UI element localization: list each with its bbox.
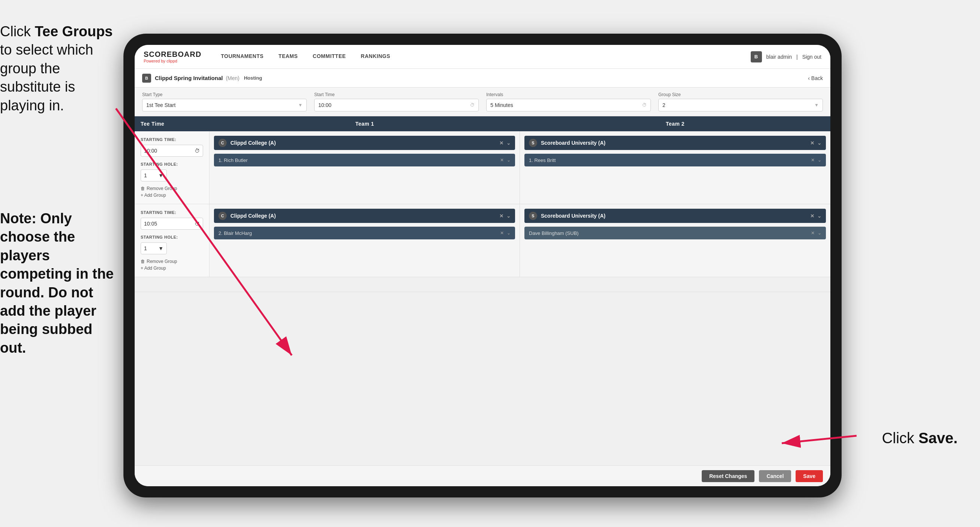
sub-player-expand-2[interactable]: ⌄ <box>818 231 821 236</box>
team1-expand-1[interactable]: ⌄ <box>506 140 511 146</box>
player1-name-1: 1. Rich Butler <box>218 158 500 163</box>
starting-hole-label-1: STARTING HOLE: <box>141 162 203 166</box>
start-type-input[interactable]: 1st Tee Start ▼ <box>142 99 307 111</box>
player1-x-2[interactable]: ✕ <box>500 231 504 236</box>
starting-time-value-1: 10:00 <box>144 148 157 154</box>
tee-groups-bold: Tee Groups <box>35 24 113 39</box>
intervals-value: 5 Minutes <box>490 102 513 108</box>
admin-name: blair admin <box>767 54 792 60</box>
starting-hole-label-2: STARTING HOLE: <box>141 235 203 239</box>
team2-controls-2: ✕ ⌄ <box>810 213 821 219</box>
team2-col-2: S Scoreboard University (A) ✕ ⌄ Dave Bil… <box>520 204 830 277</box>
team1-card-2[interactable]: C Clippd College (A) ✕ ⌄ <box>214 209 515 223</box>
team2-x-1[interactable]: ✕ <box>810 140 814 146</box>
add-group-btn-2[interactable]: + Add Group <box>141 266 203 271</box>
start-time-icon: ⏱ <box>470 102 475 108</box>
tee-actions-2: 🗑 Remove Group + Add Group <box>141 259 203 271</box>
action-bar: Reset Changes Cancel Save <box>135 465 830 486</box>
tee-time-col-1: STARTING TIME: 10:00 ⏱ STARTING HOLE: 1 … <box>135 131 210 204</box>
sub-player-controls-2: ✕ ⌄ <box>811 231 821 236</box>
cancel-button[interactable]: Cancel <box>759 470 791 482</box>
hosting-badge: Hosting <box>244 75 262 81</box>
team2-name-1: Scoreboard University (A) <box>541 140 810 146</box>
team2-icon-2: S <box>529 212 537 220</box>
instruction-top: Click Tee Groups to select which group t… <box>0 22 116 115</box>
team2-expand-1[interactable]: ⌄ <box>817 140 821 146</box>
starting-hole-input-2[interactable]: 1 ▼ <box>141 242 167 254</box>
team1-expand-2[interactable]: ⌄ <box>506 213 511 219</box>
reset-changes-button[interactable]: Reset Changes <box>702 470 754 482</box>
starting-time-input-1[interactable]: 10:00 ⏱ <box>141 145 203 157</box>
nav-tournaments[interactable]: TOURNAMENTS <box>213 45 271 69</box>
team2-expand-2[interactable]: ⌄ <box>817 213 821 219</box>
note-bold-label: Note: <box>0 210 36 226</box>
team1-controls-2: ✕ ⌄ <box>500 213 511 219</box>
th-team2: Team 2 <box>520 116 830 131</box>
add-group-btn-1[interactable]: + Add Group <box>141 193 203 198</box>
hole-arrow-2: ▼ <box>158 245 164 252</box>
player2-name-1: 1. Rees Britt <box>529 158 811 163</box>
nav-avatar: B <box>751 51 762 62</box>
navbar: SCOREBOARD Powered by clippd TOURNAMENTS… <box>135 45 830 69</box>
player2-expand-1[interactable]: ⌄ <box>818 158 821 163</box>
back-button[interactable]: ‹ Back <box>808 75 823 81</box>
tee-time-col-2: STARTING TIME: 10:05 ⏱ STARTING HOLE: 1 … <box>135 204 210 277</box>
team2-col-1: S Scoreboard University (A) ✕ ⌄ 1. Rees … <box>520 131 830 204</box>
nav-right: B blair admin | Sign out <box>751 51 822 62</box>
save-button[interactable]: Save <box>795 470 823 482</box>
team1-x-1[interactable]: ✕ <box>500 140 503 146</box>
tee-actions-1: 🗑 Remove Group + Add Group <box>141 186 203 198</box>
team1-name-1: Clippd College (A) <box>231 140 500 146</box>
player1-x-1[interactable]: ✕ <box>500 158 504 163</box>
player2-x-1[interactable]: ✕ <box>811 158 815 163</box>
remove-group-btn-2[interactable]: 🗑 Remove Group <box>141 259 203 264</box>
team2-card-2[interactable]: S Scoreboard University (A) ✕ ⌄ <box>524 209 826 223</box>
sign-out-link[interactable]: Sign out <box>802 54 821 60</box>
intervals-label: Intervals <box>486 92 651 97</box>
save-bold-label: Save. <box>918 430 958 446</box>
nav-rankings[interactable]: RANKINGS <box>353 45 398 69</box>
team2-card-1[interactable]: S Scoreboard University (A) ✕ ⌄ <box>524 136 826 150</box>
starting-hole-value-1: 1 <box>144 172 147 178</box>
sub-player-name-2: Dave Billingham (SUB) <box>529 231 811 236</box>
player1-card-1[interactable]: 1. Rich Butler ✕ ⌄ <box>214 154 515 166</box>
player1-expand-1[interactable]: ⌄ <box>507 158 511 163</box>
player2-controls-1: ✕ ⌄ <box>811 158 821 163</box>
remove-group-btn-1[interactable]: 🗑 Remove Group <box>141 186 203 191</box>
sub-player-card-2[interactable]: Dave Billingham (SUB) ✕ ⌄ <box>524 227 826 239</box>
breadcrumb-bar: B Clippd Spring Invitational (Men) Hosti… <box>135 69 830 88</box>
player1-card-2[interactable]: 2. Blair McHarg ✕ ⌄ <box>214 227 515 239</box>
start-time-value: 10:00 <box>318 102 331 108</box>
main-content: STARTING TIME: 10:00 ⏱ STARTING HOLE: 1 … <box>135 131 830 465</box>
nav-links: TOURNAMENTS TEAMS COMMITTEE RANKINGS <box>213 45 750 69</box>
team1-card-1[interactable]: C Clippd College (A) ✕ ⌄ <box>214 136 515 150</box>
click-save-instruction: Click Save. <box>882 430 958 447</box>
time-icon-2: ⏱ <box>194 221 200 227</box>
team1-icon-1: C <box>218 139 227 147</box>
player2-card-1[interactable]: 1. Rees Britt ✕ ⌄ <box>524 154 826 166</box>
starting-time-input-2[interactable]: 10:05 ⏱ <box>141 218 203 230</box>
start-time-group: Start Time 10:00 ⏱ <box>314 92 479 111</box>
group-size-label: Group Size <box>658 92 823 97</box>
nav-separator: | <box>796 54 798 60</box>
group-size-input[interactable]: 2 ▼ <box>658 99 823 111</box>
player1-expand-2[interactable]: ⌄ <box>507 231 511 236</box>
scoreboard-logo: SCOREBOARD Powered by clippd <box>144 50 201 63</box>
team1-x-2[interactable]: ✕ <box>500 213 503 219</box>
starting-hole-input-1[interactable]: 1 ▼ <box>141 169 167 182</box>
team2-x-2[interactable]: ✕ <box>810 213 814 219</box>
nav-committee[interactable]: COMMITTEE <box>305 45 353 69</box>
start-time-input[interactable]: 10:00 ⏱ <box>314 99 479 111</box>
starting-hole-value-2: 1 <box>144 245 147 252</box>
time-icon-1: ⏱ <box>194 148 200 154</box>
intervals-input[interactable]: 5 Minutes ⏱ <box>486 99 651 111</box>
team2-icon-1: S <box>529 139 537 147</box>
team1-icon-2: C <box>218 212 227 220</box>
start-type-group: Start Type 1st Tee Start ▼ <box>142 92 307 111</box>
nav-teams[interactable]: TEAMS <box>271 45 305 69</box>
logo-sub-text: Powered by clippd <box>144 59 201 63</box>
sub-player-x-2[interactable]: ✕ <box>811 231 815 236</box>
breadcrumb-sub: (Men) <box>226 75 240 81</box>
hole-arrow-1: ▼ <box>158 172 164 178</box>
player1-controls-2: ✕ ⌄ <box>500 231 511 236</box>
